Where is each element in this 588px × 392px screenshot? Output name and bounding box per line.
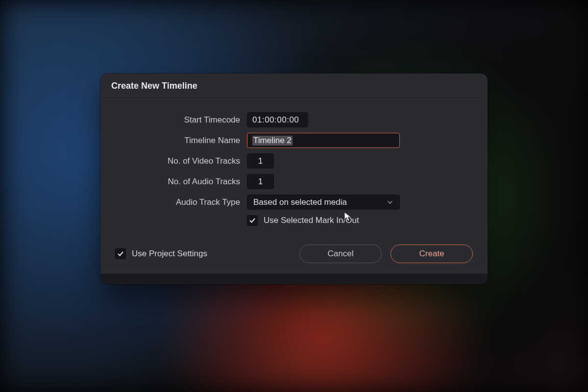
label-start-timecode: Start Timecode (115, 115, 240, 125)
dialog-footer: Use Project Settings Cancel Create (115, 245, 473, 263)
create-button[interactable]: Create (391, 245, 473, 263)
use-selected-mark-label: Use Selected Mark In/Out (264, 216, 359, 225)
check-icon (117, 250, 124, 257)
cancel-button[interactable]: Cancel (299, 245, 382, 263)
audio-track-type-select[interactable]: Based on selected media (247, 195, 400, 210)
timeline-name-selection: Timeline 2 (252, 136, 293, 146)
row-video-tracks: No. of Video Tracks 1 (115, 153, 473, 169)
check-icon (249, 217, 256, 224)
dialog-title: Create New Timeline (100, 74, 488, 98)
label-timeline-name: Timeline Name (115, 136, 240, 146)
timeline-name-input[interactable]: Timeline 2 (247, 133, 400, 148)
row-timeline-name: Timeline Name Timeline 2 (115, 133, 473, 148)
dialog-body: Start Timecode 01:00:00:00 Timeline Name… (100, 98, 488, 274)
create-new-timeline-dialog: Create New Timeline Start Timecode 01:00… (100, 74, 488, 284)
use-project-settings-checkbox[interactable] (115, 248, 126, 259)
audio-tracks-input[interactable]: 1 (247, 174, 274, 189)
use-selected-mark-checkbox-row: Use Selected Mark In/Out (247, 215, 473, 226)
audio-track-type-value: Based on selected media (253, 197, 347, 207)
chevron-down-icon (387, 199, 393, 206)
start-timecode-input[interactable]: 01:00:00:00 (247, 112, 308, 127)
row-start-timecode: Start Timecode 01:00:00:00 (115, 112, 473, 127)
label-audio-track-type: Audio Track Type (115, 197, 240, 207)
use-selected-mark-checkbox[interactable] (247, 215, 258, 226)
row-audio-track-type: Audio Track Type Based on selected media (115, 195, 473, 210)
label-audio-tracks: No. of Audio Tracks (115, 177, 240, 187)
use-project-settings-checkbox-row: Use Project Settings (115, 248, 207, 259)
label-video-tracks: No. of Video Tracks (115, 156, 240, 166)
dialog-bottom-strip (100, 274, 488, 284)
use-project-settings-label: Use Project Settings (132, 249, 207, 259)
video-tracks-input[interactable]: 1 (247, 153, 274, 169)
row-audio-tracks: No. of Audio Tracks 1 (115, 174, 473, 189)
